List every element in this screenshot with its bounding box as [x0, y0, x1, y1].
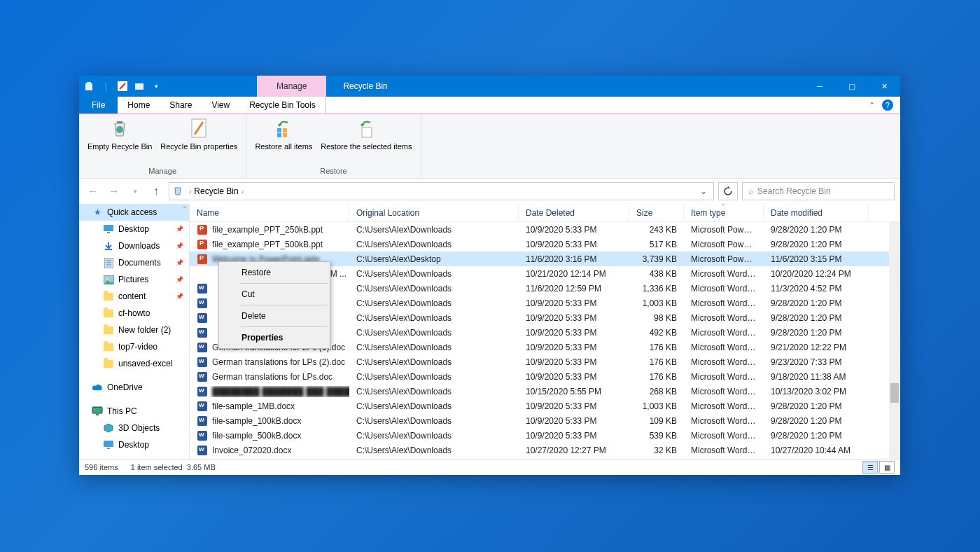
sidebar-onedrive[interactable]: OneDrive [79, 379, 189, 396]
help-icon[interactable]: ? [882, 99, 893, 111]
column-name[interactable]: Name [190, 204, 349, 221]
thumbnails-view-button[interactable]: ▦ [879, 461, 895, 474]
tab-recycle-bin-tools[interactable]: Recycle Bin Tools [239, 97, 326, 113]
sidebar-quick-access[interactable]: ★ Quick access [79, 204, 189, 221]
address-bar[interactable]: › Recycle Bin › ⌄ [169, 182, 714, 200]
cell-location: C:\Users\Alex\Downloads [349, 431, 519, 441]
cell-date-modified: 11/3/2020 4:52 PM [764, 284, 869, 294]
sidebar-item-desktop[interactable]: Desktop📌 [79, 221, 189, 237]
column-original-location[interactable]: Original Location [349, 204, 519, 221]
tab-share[interactable]: Share [160, 97, 202, 113]
sidebar-item-top7-video[interactable]: top7-video [79, 338, 189, 355]
sidebar-item-documents[interactable]: Documents📌 [79, 254, 189, 271]
navigation-pane: ⌃ ★ Quick access Desktop📌Downloads📌Docum… [79, 204, 190, 459]
chevron-right-icon[interactable]: › [186, 188, 194, 195]
doc-file-icon [197, 357, 208, 368]
pic-icon [103, 274, 114, 285]
ctx-cut[interactable]: Cut [220, 285, 328, 303]
refresh-button[interactable] [718, 182, 738, 200]
address-history-button[interactable]: ⌄ [696, 186, 710, 196]
cell-location: C:\Users\Alex\Downloads [349, 284, 519, 294]
cell-date-modified: 9/28/2020 1:20 PM [764, 416, 869, 426]
column-date-deleted[interactable]: Date Deleted [519, 204, 629, 221]
column-size[interactable]: Size [629, 204, 684, 221]
tab-view[interactable]: View [202, 97, 239, 113]
cell-size: 268 KB [629, 387, 684, 396]
pin-icon: 📌 [176, 259, 183, 266]
search-input[interactable]: ⌕ Search Recycle Bin [742, 182, 895, 200]
3d-icon [103, 422, 114, 434]
new-folder-icon[interactable] [134, 81, 145, 92]
context-menu: Restore Cut Delete Properties [218, 261, 330, 349]
cell-date-modified: 11/6/2020 3:15 PM [764, 254, 869, 264]
svg-rect-0 [85, 83, 92, 90]
column-item-type[interactable]: ⌃Item type [684, 204, 764, 221]
sidebar-this-pc[interactable]: This PC [79, 403, 189, 420]
back-button[interactable]: ← [85, 183, 102, 200]
breadcrumb-item[interactable]: Recycle Bin [194, 186, 238, 196]
folder-icon [103, 291, 114, 302]
column-date-modified[interactable]: Date modified [764, 204, 869, 221]
file-row[interactable]: file_example_PPT_500kB.pptC:\Users\Alex\… [190, 237, 900, 251]
cell-type: Microsoft Word 9... [684, 343, 764, 352]
cell-date-deleted: 11/6/2020 12:59 PM [519, 284, 629, 294]
sidebar-item-content[interactable]: content📌 [79, 288, 189, 305]
sidebar-item-3d-objects[interactable]: 3D Objects [79, 420, 189, 436]
file-row[interactable]: German translations for LPs (2).docC:\Us… [190, 354, 900, 369]
sidebar-item-new-folder-2-[interactable]: New folder (2) [79, 322, 189, 338]
maximize-button[interactable]: ▢ [836, 76, 868, 97]
cloud-icon [92, 382, 103, 393]
up-button[interactable]: ↑ [148, 183, 164, 200]
cell-location: C:\Users\Alex\Downloads [349, 225, 519, 235]
cell-location: C:\Users\Alex\Downloads [349, 357, 519, 367]
doc-file-icon [197, 401, 208, 412]
empty-recycle-bin-button[interactable]: Empty Recycle Bin [83, 117, 156, 165]
file-row[interactable]: ████████ ███████ ███ ██████...C:\Users\A… [190, 384, 900, 399]
cell-size: 539 KB [629, 431, 684, 441]
restore-all-button[interactable]: Restore all items [251, 117, 316, 165]
file-row[interactable]: file-sample_1MB.docxC:\Users\Alex\Downlo… [190, 399, 900, 413]
ctx-restore[interactable]: Restore [220, 263, 328, 282]
sidebar-item-downloads[interactable]: Downloads📌 [79, 237, 189, 254]
collapse-ribbon-icon[interactable]: ⌃ [869, 101, 875, 110]
restore-selected-button[interactable]: Restore the selected items [316, 117, 416, 165]
scroll-up-icon[interactable]: ⌃ [182, 205, 188, 213]
cell-size: 492 KB [629, 328, 684, 338]
recent-locations-button[interactable]: ▾ [127, 183, 144, 200]
cell-date-deleted: 10/15/2020 5:55 PM [519, 387, 629, 396]
svg-rect-10 [283, 133, 287, 137]
customize-qat-icon[interactable]: ▾ [150, 81, 162, 92]
doc-file-icon [197, 386, 208, 397]
tab-home[interactable]: Home [118, 97, 160, 113]
scrollbar-thumb[interactable] [890, 383, 899, 403]
tab-file[interactable]: File [79, 97, 118, 113]
close-button[interactable]: ✕ [868, 76, 900, 97]
file-row[interactable]: Invoice_072020.docxC:\Users\Alex\Downloa… [190, 443, 900, 457]
details-view-button[interactable]: ☰ [862, 461, 878, 474]
sidebar-item-pictures[interactable]: Pictures📌 [79, 271, 189, 288]
ppt-file-icon [197, 224, 208, 235]
sidebar-item-desktop[interactable]: Desktop [79, 436, 189, 453]
ppt-file-icon [197, 239, 208, 250]
file-row[interactable]: file_example_PPT_250kB.pptC:\Users\Alex\… [190, 222, 900, 237]
file-row[interactable]: file-sample_100kB.docxC:\Users\Alex\Down… [190, 413, 900, 428]
cell-date-deleted: 10/9/2020 5:33 PM [519, 225, 629, 235]
vertical-scrollbar[interactable] [889, 222, 900, 459]
cell-size: 438 KB [629, 269, 684, 279]
forward-button[interactable]: → [106, 183, 122, 200]
chevron-right-icon[interactable]: › [239, 188, 246, 195]
svg-rect-14 [105, 249, 112, 250]
ctx-delete[interactable]: Delete [220, 307, 328, 325]
sidebar-item-cf-howto[interactable]: cf-howto [79, 305, 189, 322]
recycle-bin-properties-button[interactable]: Recycle Bin properties [156, 117, 241, 165]
ctx-properties[interactable]: Properties [220, 329, 328, 347]
manage-contextual-tab[interactable]: Manage [257, 76, 326, 97]
file-row[interactable]: file-sample_500kB.docxC:\Users\Alex\Down… [190, 428, 900, 443]
cell-date-modified: 9/21/2020 12:22 PM [764, 343, 869, 352]
file-row[interactable]: German translations for LPs.docC:\Users\… [190, 369, 900, 384]
cell-size: 3,739 KB [629, 254, 684, 264]
properties-icon[interactable] [117, 81, 128, 92]
minimize-button[interactable]: ─ [804, 76, 836, 97]
sidebar-item-unsaved-excel[interactable]: unsaved-excel [79, 355, 189, 372]
cell-date-deleted: 10/9/2020 5:33 PM [519, 431, 629, 441]
